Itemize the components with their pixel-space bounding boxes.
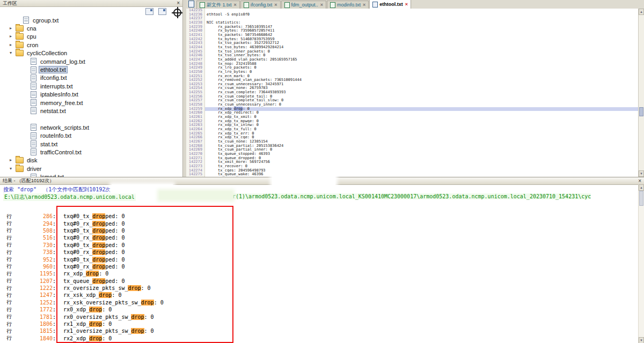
editor-line[interactable]: 142272 tx_xmit_more: 569724756	[186, 160, 639, 165]
tab-close-icon[interactable]: ×	[234, 3, 237, 8]
tree-item-iptablesinfo-txt[interactable]: iptablesInfo.txt	[0, 91, 182, 99]
tree-item-interrupts-txt[interactable]: interrupts.txt	[0, 82, 182, 90]
search-match: drop	[92, 264, 105, 270]
editor-pane[interactable]: 142235142236ethtool -S enp1s0f0142237142…	[186, 9, 639, 177]
result-row[interactable]: 行1772:rx0_xdp_drop: 0	[0, 306, 638, 313]
scrollbar-thumb[interactable]	[639, 107, 643, 116]
tree-item-trafficcontrol-txt[interactable]: trafficControl.txt	[0, 148, 182, 156]
scroll-down-icon[interactable]: ▼	[639, 337, 644, 343]
tab-strip: 新文件 1.txt×ifconfig.txt×fdm_output..×modi…	[196, 0, 412, 9]
result-row[interactable]: 行1781:rx0_oversize_pkts_sw_drop: 0	[0, 313, 638, 320]
tab-close-icon[interactable]: ×	[320, 3, 323, 8]
folder-icon	[16, 166, 24, 172]
line-text: tx_recover: 0	[205, 165, 639, 169]
result-row[interactable]: 行730:txq#0_tx_dropped: 0	[0, 242, 638, 249]
tab-modinfo-txt[interactable]: modinfo.txt×	[327, 1, 369, 9]
editor-line[interactable]: 142237	[186, 17, 639, 21]
chevron-right-icon[interactable]: ▸	[10, 26, 16, 31]
results-scrollbar[interactable]: ▲ ▼	[638, 184, 644, 343]
line-text: tx_cqes: 204596498793	[205, 169, 639, 173]
result-row[interactable]: 行286:txq#0_tx_dropped: 0	[0, 213, 638, 220]
result-row[interactable]: 行516:txq#0_rx_dropped: 0	[0, 234, 638, 241]
tree-item-cron[interactable]: ▸cron	[0, 41, 182, 49]
tab-close-icon[interactable]: ×	[274, 3, 277, 8]
result-file-path-right: r(1)\armod0523.odata.ncmp.unicom.local_K…	[232, 193, 591, 199]
result-row[interactable]: 行952:txq#0_tx_dropped: 0	[0, 256, 638, 263]
result-row[interactable]: 行1815:rx1_oversize_pkts_sw_drop: 0	[0, 327, 638, 334]
tree-item-driver[interactable]: ▾driver	[0, 165, 182, 173]
document-list-icon[interactable]	[188, 1, 194, 8]
result-row[interactable]: 行1840:rx2_xdp_drop: 0	[0, 335, 638, 342]
tree-item-cgroup-txt[interactable]: cgroup.txt	[0, 16, 182, 24]
row-content: rx1_oversize_pkts_sw_drop: 0	[63, 328, 154, 334]
result-row[interactable]: 行1247:rx_xsk_xdp_drop: 0	[0, 292, 638, 299]
result-row[interactable]: 行1195:rx_xdp_drop: 0	[0, 270, 638, 277]
tab-ethtool-txt[interactable]: ethtool.txt×	[369, 0, 411, 9]
tree-item-stat-txt[interactable]: stat.txt	[0, 140, 182, 148]
tree-item-network-scripts-txt[interactable]: network_scripts.txt	[0, 123, 182, 131]
tab-close-icon[interactable]: ×	[405, 2, 408, 7]
collapse-all-icon[interactable]	[158, 8, 166, 15]
tab-close-icon[interactable]: ×	[363, 3, 365, 8]
close-icon[interactable]: ×	[177, 1, 180, 6]
chevron-right-icon[interactable]: ▸	[10, 42, 16, 48]
editor-line[interactable]: 142249 rx_lro_packets: 0	[186, 66, 639, 70]
result-row[interactable]: 行738:txq#0_rx_dropped: 0	[0, 249, 638, 256]
chevron-right-icon[interactable]: ▸	[10, 34, 16, 39]
tree-item-routeinfo-txt[interactable]: routeInfo.txt	[0, 131, 182, 139]
folder-icon	[16, 157, 24, 163]
tree-item-disk[interactable]: ▸disk	[0, 156, 182, 165]
workspace-tree: cgroup.txt▸cna▸cpu▸cron▾cyclicCollection…	[0, 16, 182, 177]
chevron-down-icon[interactable]: ▾	[10, 50, 16, 56]
tab-label: fdm_output..	[291, 2, 318, 8]
row-content: txq#0_tx_dropped: 0	[63, 242, 125, 248]
chevron-down-icon[interactable]: ▾	[10, 166, 16, 172]
result-row[interactable]: 行960:txq#0_rx_dropped: 0	[0, 263, 638, 270]
tree-item-ifconfig-txt[interactable]: ifconfig.txt	[0, 74, 182, 82]
line-text: rx_xdp_redirect: 0	[205, 111, 639, 115]
editor-line[interactable]: 142250 rx_lro_bytes: 0	[186, 70, 639, 74]
tree-item-lsmod-txt[interactable]: lsmod.txt	[0, 173, 182, 177]
row-line-number: 1247	[15, 292, 53, 298]
result-row[interactable]: 行1252:rx_xsk_oversize_pkts_sw_drop: 0	[0, 299, 638, 306]
tree-item-cpu[interactable]: ▸cpu	[0, 33, 182, 41]
file-icon	[31, 83, 36, 90]
tree-item-label: interrupts.txt	[39, 83, 74, 90]
scroll-up-icon[interactable]: ▲	[639, 184, 644, 191]
tab-fdm-output[interactable]: fdm_output..×	[281, 1, 326, 9]
editor-line[interactable]: 142235	[186, 9, 639, 13]
tree-item-command-log-txt[interactable]: command_log.txt	[0, 57, 182, 65]
editor-line[interactable]: 142258 rx_csum_unnecessary_inner: 0	[186, 103, 639, 107]
result-row[interactable]: 行294:txq#0_rx_dropped: 0	[0, 220, 638, 227]
result-row[interactable]: 行1806:rx1_xdp_drop: 0	[0, 320, 638, 327]
editor-scrollbar[interactable]: ▲ ▼	[638, 9, 644, 177]
expand-all-icon[interactable]	[145, 8, 153, 15]
locate-file-icon[interactable]	[173, 9, 181, 17]
scroll-up-icon[interactable]: ▲	[639, 9, 644, 15]
tree-item-netstat-txt[interactable]: netstat.txt	[0, 107, 182, 115]
tab-1-txt[interactable]: 新文件 1.txt×	[196, 1, 240, 9]
editor-line[interactable]: 142275 tx_queue_wake: 46396	[186, 173, 639, 177]
result-row[interactable]: 行1207:tx_queue_dropped: 0	[0, 278, 638, 285]
tree-item-cycliccollection[interactable]: ▾cyclicCollection	[0, 49, 182, 57]
scrollbar-thumb[interactable]	[639, 191, 643, 206]
folder-icon	[16, 42, 24, 48]
result-row[interactable]: 行1222:rx_oversize_pkts_sw_drop: 0	[0, 285, 638, 292]
file-icon	[31, 74, 36, 81]
row-content: rx_xsk_xdp_drop: 0	[63, 292, 121, 298]
row-line-label: 行	[6, 263, 15, 270]
row-line-number: 1815	[15, 328, 53, 334]
result-row[interactable]: 行508:txq#0_tx_dropped: 0	[0, 227, 638, 234]
tree-item-memory-free-txt[interactable]: memory_free.txt	[0, 99, 182, 107]
chevron-right-icon[interactable]: ▸	[10, 158, 16, 163]
row-colon: :	[53, 335, 56, 341]
scroll-down-icon[interactable]: ▼	[639, 170, 644, 177]
close-icon[interactable]: ×	[638, 178, 641, 184]
tree-item-cna[interactable]: ▸cna	[0, 24, 182, 32]
editor-line[interactable]: 142236ethtool -S enp1s0f0	[186, 13, 639, 17]
row-content: rx2_xdp_drop: 0	[63, 335, 112, 341]
row-content: rx_xdp_drop: 0	[63, 271, 108, 277]
tab-ifconfig-txt[interactable]: ifconfig.txt×	[240, 1, 281, 9]
tree-item-ethtool-txt[interactable]: ethtool.txt	[0, 65, 182, 73]
row-line-number: 286	[15, 213, 53, 219]
